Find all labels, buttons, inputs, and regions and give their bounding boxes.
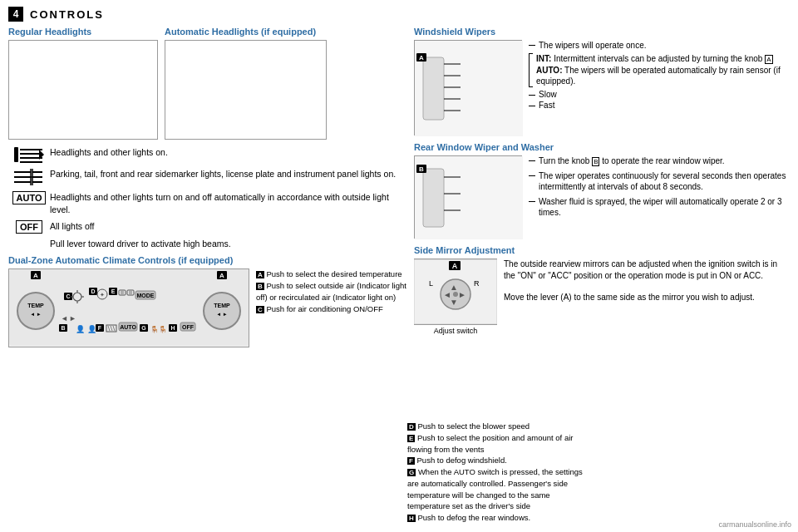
climate-key-A: A [256, 271, 264, 278]
wiper-line-once [529, 45, 535, 46]
climate-key-E: E [407, 435, 415, 442]
svg-text:TEMP: TEMP [27, 303, 44, 308]
svg-text:G: G [141, 325, 146, 331]
knob-b-box: B [592, 157, 599, 166]
main-content: Regular Headlights Automatic Headlights … [8, 27, 790, 347]
windshield-wiper-diagram: A [414, 40, 522, 135]
auto-wiper-text: The wipers will be operated automaticall… [536, 66, 781, 86]
svg-point-16 [17, 293, 54, 329]
climate-text-A: Push to select the desired temperature [266, 269, 401, 278]
svg-text:🪑: 🪑 [150, 325, 159, 333]
rear-wiper-row-2: The wiper operates continuously for seve… [529, 170, 790, 193]
side-mirror-title: Side Mirror Adjustment [414, 245, 790, 255]
wiper-descriptions: The wipers will operate once. INT: Inter… [529, 40, 790, 135]
svg-rect-0 [14, 147, 18, 162]
mirror-text-2: Move the lever (A) to the same side as t… [504, 292, 790, 303]
rear-wiper-section: Rear Window Wiper and Washer B [414, 142, 790, 239]
hl-text-off: All lights off [50, 220, 95, 233]
rear-wiper-title: Rear Window Wiper and Washer [414, 142, 790, 152]
rear-wiper-content: B Turn the knob B [414, 155, 790, 239]
hl-row-headlights: Headlights and other lights on. [8, 146, 407, 163]
climate-key-C: C [256, 306, 264, 313]
regular-headlights-diagram [8, 40, 158, 140]
climate-text-H: Push to defog the rear windows. [417, 513, 530, 522]
page-header: 4 CONTROLS [8, 7, 790, 22]
climate-key-H: H [407, 515, 416, 522]
svg-rect-79 [423, 169, 444, 227]
svg-text:C: C [66, 293, 70, 299]
climate-text-B: Push to select outside air (Indicator li… [256, 281, 406, 302]
adjust-switch-label: Adjust switch [434, 327, 478, 335]
auto-headlights-title: Automatic Headlights (if equipped) [165, 27, 327, 37]
hl-text-parking: Parking, tail, front and rear sidemarker… [50, 168, 396, 180]
rw-line-1 [529, 160, 535, 161]
int-text: Intermittent intervals can be adjusted b… [554, 54, 762, 63]
wiper-text-slow: Slow [539, 90, 557, 99]
svg-text:AUTO: AUTO [120, 324, 136, 330]
svg-text:B: B [419, 165, 424, 173]
svg-text:🪑: 🪑 [159, 325, 167, 333]
side-mirror-section: Side Mirror Adjustment A L R [414, 245, 790, 335]
svg-text:F: F [98, 325, 102, 331]
page-container: 4 CONTROLS Regular Headlights Automatic … [0, 0, 798, 532]
wiper-text-fast: Fast [539, 101, 554, 110]
rw-text-2: The wiper operates continuously for seve… [539, 170, 790, 193]
svg-text:◄: ◄ [443, 290, 451, 299]
mirror-diagram-wrapper: A L R ▲ ▼ ◄ ► [414, 259, 497, 335]
svg-text:►: ► [69, 314, 76, 323]
climate-label-H: H Push to defog the rear windows. [407, 512, 590, 524]
svg-text:TEMP: TEMP [214, 303, 230, 308]
rear-wiper-descriptions: Turn the knob B to operate the rear wind… [529, 155, 790, 239]
rw-line-2 [529, 175, 535, 176]
right-column: Windshield Wipers A [414, 27, 790, 347]
rw-text-3: Washer fluid is sprayed, the wiper will … [539, 196, 790, 219]
svg-text:MODE: MODE [137, 293, 155, 298]
climate-key-D: D [407, 423, 416, 431]
off-label: OFF [16, 220, 42, 234]
climate-diagram: TEMP ◄ ► A C [8, 268, 249, 347]
svg-text:H: H [170, 325, 175, 331]
climate-title: Dual-Zone Automatic Climate Controls (if… [8, 255, 407, 265]
climate-section: Dual-Zone Automatic Climate Controls (if… [8, 255, 407, 347]
svg-point-95 [453, 292, 458, 297]
climate-labels: A Push to select the desired temperature… [256, 268, 407, 347]
rear-wiper-row-3: Washer fluid is sprayed, the wiper will … [529, 196, 790, 219]
climate-label-B: B Push to select outside air (Indicator … [256, 280, 407, 303]
svg-text:OFF: OFF [182, 324, 195, 330]
int-label: INT: [536, 54, 551, 63]
svg-text:E: E [111, 288, 116, 294]
wiper-text-once: The wipers will operate once. [539, 40, 647, 51]
climate-label-C: C Push for air conditioning ON/OFF [256, 303, 407, 315]
regular-headlights-title: Regular Headlights [8, 27, 158, 37]
hl-row-auto: AUTO Headlights and other lights turn on… [8, 191, 407, 215]
wiper-content: A The wipers will op [414, 40, 790, 135]
climate-label-G: G When the AUTO switch is pressed, the s… [407, 466, 590, 512]
wiper-slow-row: Slow [529, 90, 790, 99]
climate-key-B: B [256, 283, 264, 290]
headlights-on-icon [8, 146, 50, 163]
svg-text:✦: ✦ [100, 292, 105, 298]
page-title: CONTROLS [30, 8, 104, 21]
svg-text:A: A [219, 272, 224, 279]
auto-wiper-label: AUTO: [536, 66, 562, 75]
climate-key-F: F [407, 457, 415, 465]
mirror-diagram: A L R ▲ ▼ ◄ ► [414, 259, 497, 325]
svg-rect-70 [423, 57, 444, 120]
knob-a-box: A [765, 55, 772, 64]
climate-text-F: Push to defog windshield. [417, 456, 507, 465]
hl-text-headlights: Headlights and other lights on. [50, 146, 168, 159]
svg-text:A: A [419, 54, 424, 62]
svg-text:A: A [33, 272, 38, 279]
climate-text-G: When the AUTO switch is pressed, the set… [407, 467, 583, 510]
auto-label: AUTO [12, 191, 47, 204]
parking-lights-icon [8, 168, 50, 186]
svg-text:►: ► [458, 290, 466, 299]
mirror-text-content: The outside rearview mirrors can be adju… [504, 259, 790, 335]
wiper-once-row: The wipers will operate once. [529, 40, 790, 51]
auto-headlights-icon: AUTO [8, 191, 50, 204]
svg-point-42 [204, 293, 240, 329]
wiper-fast-row: Fast [529, 101, 790, 110]
rw-line-3 [529, 201, 535, 202]
hl-row-off: OFF All lights off [8, 220, 407, 234]
bracket-int [529, 53, 533, 87]
